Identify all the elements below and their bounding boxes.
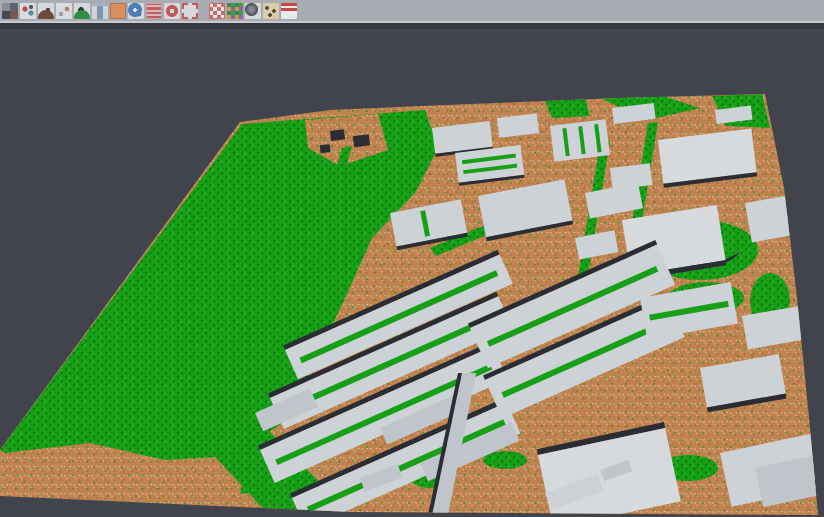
terrain-green-icon <box>74 3 90 19</box>
point-cloud-render[interactable] <box>0 23 824 515</box>
control-points-icon-button[interactable] <box>262 1 280 21</box>
sphere-icon <box>245 3 261 19</box>
target-ring-icon-button[interactable] <box>163 1 181 21</box>
ortho-tile-icon <box>110 3 126 19</box>
grid-cells-icon-button[interactable] <box>208 1 226 21</box>
sparse-points-icon <box>56 3 72 19</box>
terrain-brown-icon <box>38 3 54 19</box>
crop-bounds-icon-button[interactable] <box>181 1 199 21</box>
striped-layers-icon <box>281 3 297 19</box>
main-toolbar <box>0 0 824 23</box>
terrain-brown-icon-button[interactable] <box>37 1 55 21</box>
project-blocks-icon <box>2 3 18 19</box>
sphere-icon-button[interactable] <box>244 1 262 21</box>
target-ring-icon <box>164 3 180 19</box>
profile-column-icon <box>92 3 108 19</box>
globe-icon <box>128 3 144 19</box>
application-window <box>0 0 824 517</box>
viewport-top-strip <box>0 23 824 29</box>
terrain-green-icon-button[interactable] <box>73 1 91 21</box>
classification-palette-icon-button[interactable] <box>226 1 244 21</box>
profile-column-icon-button[interactable] <box>91 1 109 21</box>
point-samples-icon <box>20 3 36 19</box>
project-blocks-icon-button[interactable] <box>1 1 19 21</box>
crop-bounds-icon <box>182 3 198 19</box>
classification-palette-icon <box>227 3 243 19</box>
ortho-tile-icon-button[interactable] <box>109 1 127 21</box>
grid-cells-icon <box>209 3 225 19</box>
striped-layers-icon-button[interactable] <box>280 1 298 21</box>
globe-icon-button[interactable] <box>127 1 145 21</box>
log-list-icon <box>146 3 162 19</box>
point-samples-icon-button[interactable] <box>19 1 37 21</box>
sparse-points-icon-button[interactable] <box>55 1 73 21</box>
log-list-icon-button[interactable] <box>145 1 163 21</box>
control-points-icon <box>263 3 279 19</box>
viewport-3d[interactable] <box>0 23 824 515</box>
